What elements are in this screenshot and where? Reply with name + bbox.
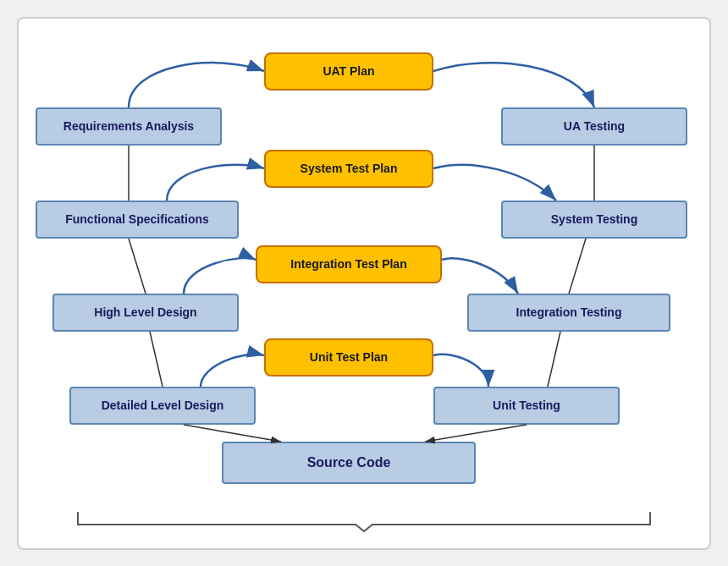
unit-testing-label: Unit Testing bbox=[493, 398, 560, 412]
unit-testing-box: Unit Testing bbox=[433, 387, 620, 425]
high-level-design-box: High Level Design bbox=[52, 294, 239, 332]
integration-testing-box: Integration Testing bbox=[467, 294, 670, 332]
ua-testing-box: UA Testing bbox=[501, 107, 687, 146]
uat-plan-box: UAT Plan bbox=[264, 52, 433, 91]
svg-line-3 bbox=[129, 239, 146, 294]
unit-test-plan-box: Unit Test Plan bbox=[264, 338, 433, 376]
brace-container bbox=[69, 508, 659, 533]
svg-line-7 bbox=[569, 239, 586, 294]
integration-test-plan-box: Integration Test Plan bbox=[256, 245, 442, 283]
requirements-analysis-label: Requirements Analysis bbox=[63, 119, 194, 133]
ua-testing-label: UA Testing bbox=[564, 119, 625, 133]
source-code-label: Source Code bbox=[307, 455, 391, 470]
unit-test-plan-label: Unit Test Plan bbox=[310, 350, 388, 364]
system-testing-label: System Testing bbox=[551, 212, 637, 226]
system-testing-box: System Testing bbox=[501, 201, 687, 239]
functional-specs-label: Functional Specifications bbox=[65, 212, 209, 226]
functional-specs-box: Functional Specifications bbox=[36, 201, 239, 239]
detailed-level-design-label: Detailed Level Design bbox=[102, 398, 224, 412]
diagram-container: UAT Plan Requirements Analysis UA Testin… bbox=[17, 17, 711, 550]
system-test-plan-label: System Test Plan bbox=[301, 162, 398, 175]
system-test-plan-box: System Test Plan bbox=[264, 150, 433, 188]
high-level-design-label: High Level Design bbox=[94, 305, 196, 319]
source-code-box: Source Code bbox=[222, 442, 476, 484]
integration-testing-label: Integration Testing bbox=[516, 305, 622, 319]
detailed-level-design-box: Detailed Level Design bbox=[69, 387, 256, 425]
requirements-analysis-box: Requirements Analysis bbox=[36, 107, 222, 146]
svg-line-5 bbox=[184, 425, 281, 442]
svg-line-9 bbox=[425, 425, 527, 442]
svg-line-4 bbox=[150, 332, 163, 387]
integration-test-plan-label: Integration Test Plan bbox=[290, 257, 406, 271]
brace-svg bbox=[69, 508, 659, 533]
uat-plan-label: UAT Plan bbox=[323, 64, 374, 78]
svg-line-8 bbox=[548, 332, 560, 387]
